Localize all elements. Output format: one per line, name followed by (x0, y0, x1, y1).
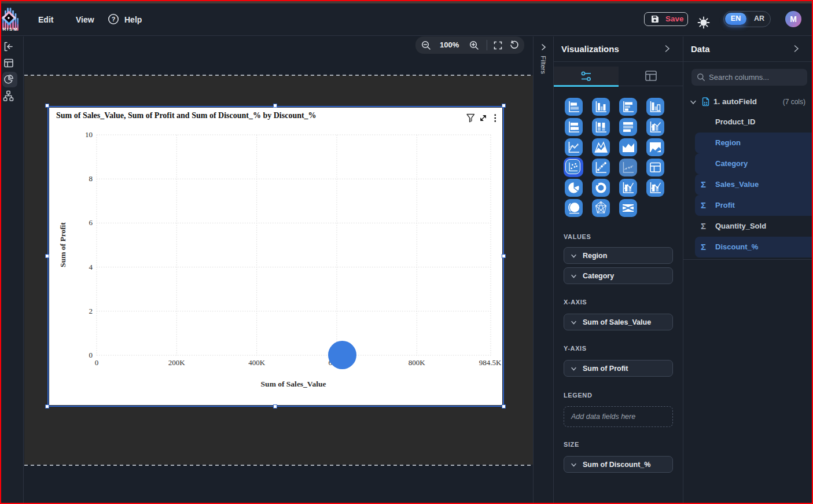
svg-text:Sum of Profit: Sum of Profit (58, 222, 67, 267)
svg-text:6: 6 (89, 218, 93, 227)
svg-text:Sum of Sales_Value: Sum of Sales_Value (261, 380, 326, 388)
svg-text:2: 2 (89, 307, 93, 315)
svg-text:400K: 400K (248, 358, 266, 367)
svg-text:984.5K: 984.5K (479, 358, 502, 367)
svg-text:4: 4 (89, 263, 93, 271)
svg-text:8: 8 (89, 174, 93, 183)
svg-text:200K: 200K (168, 358, 186, 367)
svg-text:0: 0 (95, 358, 99, 367)
svg-text:0: 0 (89, 351, 93, 359)
svg-text:?: ? (112, 16, 116, 23)
svg-text:800K: 800K (409, 358, 426, 367)
svg-text:10: 10 (85, 130, 93, 139)
